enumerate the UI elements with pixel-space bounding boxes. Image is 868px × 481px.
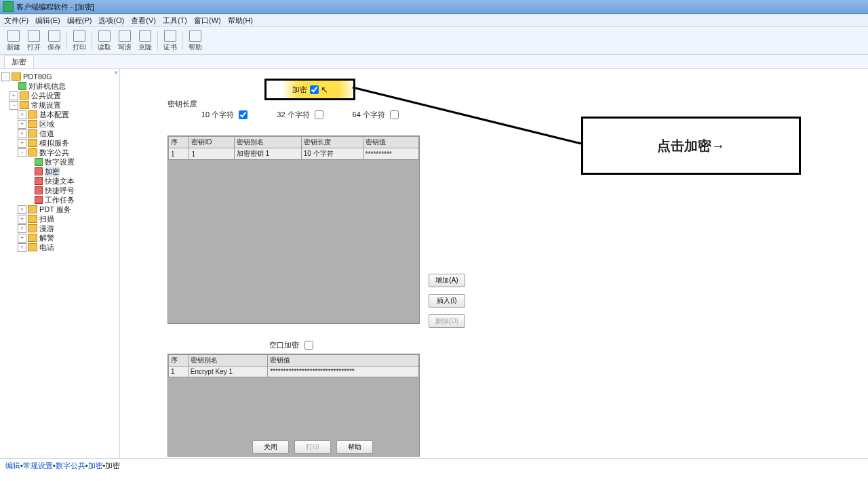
opt-10chars[interactable]: 10 个字符 xyxy=(201,108,250,121)
toolbar-保存[interactable]: 保存 xyxy=(45,29,64,52)
toolbar-separator xyxy=(182,31,183,50)
status-p5: 加密 xyxy=(105,461,120,471)
print-button[interactable]: 打印 xyxy=(294,440,331,454)
tree-PDT 服务[interactable]: +PDT 服务 xyxy=(1,205,118,214)
toolbar-separator xyxy=(157,31,158,50)
col-密钥别名[interactable]: 密钥别名 xyxy=(188,355,267,367)
delete-button[interactable]: 删除(D) xyxy=(429,314,465,328)
status-p2: 常规设置 xyxy=(23,461,53,471)
tree-解警[interactable]: +解警 xyxy=(1,233,118,243)
bottom-buttons: 关闭 打印 帮助 xyxy=(252,440,373,454)
menu-查看(V)[interactable]: 查看(V) xyxy=(131,16,156,26)
title-bar: 客户端编程软件 - [加密] xyxy=(0,0,868,14)
tree-工作任务[interactable]: 工作任务 xyxy=(1,195,118,205)
toolbar-新建[interactable]: 新建 xyxy=(4,29,23,52)
window-title: 客户端编程软件 - [加密] xyxy=(16,2,94,12)
encrypt-checkbox-highlight: 加密 ↖ xyxy=(264,79,355,100)
table-row[interactable]: 11加密密钥 110 个字符********** xyxy=(169,148,419,160)
opt-32chars[interactable]: 32 个字符 xyxy=(277,108,325,121)
sidebar-tree[interactable]: × -PDT80G对讲机信息+公共设置-常规设置+基本配置+区域+信道+模拟服务… xyxy=(0,69,120,458)
col-序[interactable]: 序 xyxy=(169,137,189,148)
add-button[interactable]: 增加(A) xyxy=(429,274,465,287)
tree-加密[interactable]: 加密 xyxy=(1,167,118,176)
callout-text: 点击加密→ xyxy=(657,137,725,155)
tree-PDT80G[interactable]: -PDT80G xyxy=(1,72,118,81)
tree-模拟服务[interactable]: +模拟服务 xyxy=(1,138,118,148)
table-row[interactable]: 1Encrypt Key 1**************************… xyxy=(169,367,419,377)
toolbar-读取[interactable]: 读取 xyxy=(95,29,114,52)
insert-button[interactable]: 插入(I) xyxy=(429,294,465,308)
toolbar: 新建打开保存打印读取写滚克隆证书帮助 xyxy=(0,27,868,55)
label-air-encrypt: 空口加密 xyxy=(269,340,299,350)
close-button[interactable]: 关闭 xyxy=(252,440,289,454)
toolbar-写滚[interactable]: 写滚 xyxy=(115,29,134,52)
tree-电话[interactable]: +电话 xyxy=(1,243,118,252)
toolbar-打开[interactable]: 打开 xyxy=(24,29,43,52)
air-encrypt-checkbox[interactable] xyxy=(304,341,313,350)
grid-buttons: 增加(A) 插入(I) 删除(D) xyxy=(429,274,465,328)
content-area: × -PDT80G对讲机信息+公共设置-常规设置+基本配置+区域+信道+模拟服务… xyxy=(0,69,868,458)
toolbar-separator xyxy=(92,31,92,50)
label-key-length: 密钥长度 xyxy=(167,99,197,109)
status-p1: 编辑 xyxy=(5,461,20,471)
menu-窗口(W)[interactable]: 窗口(W) xyxy=(194,16,221,26)
tree-对讲机信息[interactable]: 对讲机信息 xyxy=(1,81,118,91)
callout-box: 点击加密→ xyxy=(581,117,801,175)
tree-常规设置[interactable]: -常规设置 xyxy=(1,100,118,110)
toolbar-克隆[interactable]: 克隆 xyxy=(136,29,155,52)
keys-grid[interactable]: 序密钥ID密钥别名密钥长度密钥值11加密密钥 110 个字符********** xyxy=(167,135,420,324)
menu-bar: 文件(F)编辑(E)编程(P)选项(O)查看(V)工具(T)窗口(W)帮助(H) xyxy=(0,14,868,27)
menu-帮助(H)[interactable]: 帮助(H) xyxy=(228,16,253,26)
key-length-options: 10 个字符 32 个字符 64 个字符 xyxy=(201,108,401,121)
app-icon xyxy=(3,1,14,12)
cursor-icon: ↖ xyxy=(321,85,328,95)
tree-数字公共[interactable]: -数字公共 xyxy=(1,148,118,157)
tree-公共设置[interactable]: +公共设置 xyxy=(1,91,118,100)
menu-工具(T)[interactable]: 工具(T) xyxy=(163,16,187,26)
tree-信道[interactable]: +信道 xyxy=(1,129,118,138)
menu-编程(P)[interactable]: 编程(P) xyxy=(67,16,92,26)
encrypt-checkbox[interactable] xyxy=(310,85,319,94)
col-密钥值[interactable]: 密钥值 xyxy=(268,355,419,367)
menu-编辑(E)[interactable]: 编辑(E) xyxy=(35,16,60,26)
col-密钥长度[interactable]: 密钥长度 xyxy=(301,137,363,148)
air-encrypt-row: 空口加密 xyxy=(269,339,315,352)
menu-选项(O)[interactable]: 选项(O) xyxy=(98,16,124,26)
close-icon[interactable]: × xyxy=(114,69,118,77)
tree-扫描[interactable]: +扫描 xyxy=(1,214,118,224)
toolbar-separator xyxy=(66,31,67,50)
col-密钥值[interactable]: 密钥值 xyxy=(363,137,418,148)
tree-快捷呼号[interactable]: 快捷呼号 xyxy=(1,186,118,195)
toolbar-打印[interactable]: 打印 xyxy=(70,29,89,52)
opt-64chars[interactable]: 64 个字符 xyxy=(353,108,401,121)
tree-数字设置[interactable]: 数字设置 xyxy=(1,157,118,167)
status-bar: 编辑• 常规设置• 数字公共• 加密• 加密 xyxy=(0,458,868,472)
tree-区域[interactable]: +区域 xyxy=(1,119,118,129)
col-序[interactable]: 序 xyxy=(169,355,189,367)
main-panel: 密钥长度 加密 ↖ 10 个字符 32 个字符 64 个字符 序密钥ID密钥别名… xyxy=(120,69,868,458)
col-密钥别名[interactable]: 密钥别名 xyxy=(234,137,301,148)
status-p4: 加密 xyxy=(88,461,103,471)
label-encrypt: 加密 xyxy=(292,85,307,95)
toolbar-帮助[interactable]: 帮助 xyxy=(186,29,205,52)
tab-encrypt[interactable]: 加密 xyxy=(4,55,34,68)
tree-漫游[interactable]: +漫游 xyxy=(1,224,118,233)
help-button[interactable]: 帮助 xyxy=(336,440,373,454)
col-密钥ID[interactable]: 密钥ID xyxy=(189,137,234,148)
toolbar-证书[interactable]: 证书 xyxy=(161,29,180,52)
menu-文件(F)[interactable]: 文件(F) xyxy=(4,16,28,26)
tree-快捷文本[interactable]: 快捷文本 xyxy=(1,176,118,186)
tab-strip: 加密 xyxy=(0,55,868,69)
status-p3: 数字公共 xyxy=(56,461,85,471)
tree-基本配置[interactable]: +基本配置 xyxy=(1,110,118,119)
